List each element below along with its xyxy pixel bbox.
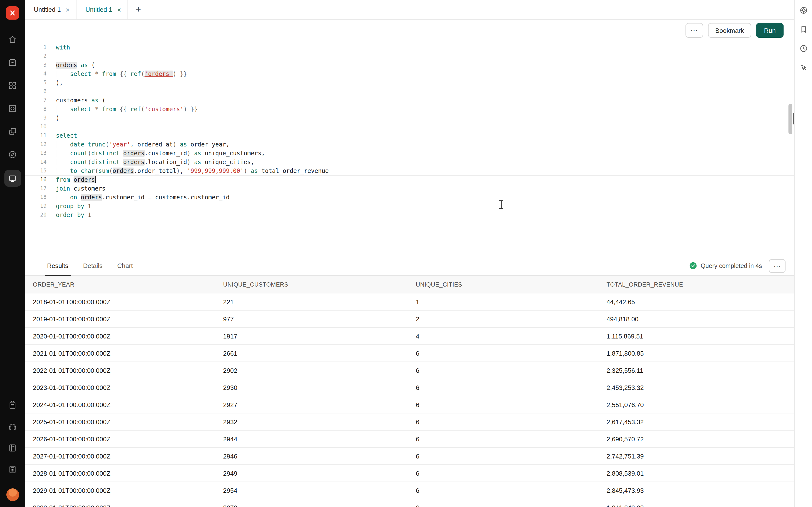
column-header[interactable]: TOTAL_ORDER_REVENUE — [599, 281, 794, 288]
code-line[interactable]: 19group by 1 — [25, 202, 794, 211]
line-number: 10 — [25, 122, 47, 131]
table-cell: 2927 — [215, 401, 408, 408]
table-row[interactable]: 2026-01-01T00:00:00.000Z294462,690,570.7… — [25, 431, 794, 448]
new-tab-button[interactable]: + — [128, 0, 149, 19]
table-cell: 2019-01-01T00:00:00.000Z — [25, 315, 215, 323]
code-square-icon[interactable] — [5, 101, 20, 116]
code-line[interactable]: 11select — [25, 131, 794, 140]
column-header[interactable]: ORDER_YEAR — [25, 281, 215, 288]
editor-scrollbar-thumb[interactable] — [789, 104, 793, 134]
tab-label: Untitled 1 — [85, 6, 112, 13]
layers-icon[interactable] — [5, 124, 20, 138]
mouse-cursor-ibeam — [501, 200, 502, 208]
more-options-button[interactable]: ⋯ — [685, 23, 703, 38]
tab-close-icon[interactable]: × — [117, 6, 121, 13]
table-row[interactable]: 2021-01-01T00:00:00.000Z266161,871,800.8… — [25, 345, 794, 362]
ide-icon[interactable] — [4, 170, 21, 187]
results-tab-chart[interactable]: Chart — [110, 256, 140, 275]
code-line[interactable]: 2 — [25, 52, 794, 61]
table-row[interactable]: 2028-01-01T00:00:00.000Z294962,808,539.0… — [25, 465, 794, 482]
code-line[interactable]: 18 on orders.customer_id = customers.cus… — [25, 193, 794, 202]
editor-tab[interactable]: Untitled 1× — [77, 0, 128, 19]
code-line[interactable]: 10 — [25, 122, 794, 131]
code-line[interactable]: 16from orders — [25, 175, 794, 184]
table-cell: 2028-01-01T00:00:00.000Z — [25, 469, 215, 477]
results-tab-details[interactable]: Details — [76, 256, 110, 275]
app-logo[interactable] — [6, 6, 19, 19]
run-button[interactable]: Run — [756, 23, 783, 38]
results-tab-results[interactable]: Results — [40, 256, 76, 275]
code-line[interactable]: 3orders as ( — [25, 61, 794, 69]
table-cell: 2,690,570.72 — [599, 435, 794, 443]
table-cell: 4 — [408, 332, 599, 340]
table-cell: 2,742,751.39 — [599, 452, 794, 460]
code-line-text: ) — [47, 114, 59, 122]
apps-grid-icon[interactable] — [5, 78, 20, 93]
table-cell: 2932 — [215, 418, 408, 426]
table-cell: 221 — [215, 298, 408, 305]
user-avatar[interactable] — [6, 488, 19, 501]
bookmark-button[interactable]: Bookmark — [708, 23, 751, 38]
code-line[interactable]: 7customers as ( — [25, 96, 794, 105]
results-more-button[interactable]: ⋯ — [769, 259, 785, 273]
table-cell: 2018-01-01T00:00:00.000Z — [25, 298, 215, 305]
code-line[interactable]: 5), — [25, 78, 794, 87]
table-row[interactable]: 2030-01-01T00:00:00.000Z287961,841,049.3… — [25, 499, 794, 507]
table-cell: 977 — [215, 315, 408, 323]
table-row[interactable]: 2020-01-01T00:00:00.000Z191741,115,869.5… — [25, 328, 794, 345]
calculator-icon[interactable] — [5, 462, 20, 476]
code-line[interactable]: 8 select * from {{ ref('customers') }} — [25, 105, 794, 114]
line-number: 12 — [25, 140, 47, 149]
check-circle-icon — [690, 262, 697, 269]
column-header[interactable]: UNIQUE_CITIES — [408, 281, 599, 288]
support-icon[interactable] — [5, 419, 20, 434]
code-line[interactable]: 14 count(distinct orders.location_id) as… — [25, 158, 794, 167]
notebook-icon[interactable] — [5, 440, 20, 455]
code-editor[interactable]: 1with23orders as (4 select * from {{ ref… — [25, 41, 794, 256]
line-number: 14 — [25, 158, 47, 167]
code-line[interactable]: 12 date_trunc('year', ordered_at) as ord… — [25, 140, 794, 149]
table-row[interactable]: 2025-01-01T00:00:00.000Z293262,617,453.3… — [25, 413, 794, 431]
table-row[interactable]: 2024-01-01T00:00:00.000Z292762,551,076.7… — [25, 396, 794, 413]
code-line[interactable]: 9) — [25, 114, 794, 122]
code-line[interactable]: 17join customers — [25, 184, 794, 193]
column-header[interactable]: UNIQUE_CUSTOMERS — [215, 281, 408, 288]
lifebuoy-icon[interactable] — [797, 4, 810, 17]
code-line[interactable]: 4 select * from {{ ref('orders') }} — [25, 69, 794, 78]
table-cell: 2027-01-01T00:00:00.000Z — [25, 452, 215, 460]
table-cell: 494,818.00 — [599, 315, 794, 323]
code-line[interactable]: 6 — [25, 87, 794, 96]
code-line[interactable]: 1with — [25, 43, 794, 52]
bookmark-icon[interactable] — [797, 23, 810, 36]
query-status-text: Query completed in 4s — [701, 262, 762, 269]
home-icon[interactable] — [5, 32, 20, 47]
code-line[interactable]: 20order by 1 — [25, 211, 794, 219]
code-line-text: select * from {{ ref('orders') }} — [47, 69, 187, 78]
editor-overview-mark — [793, 113, 794, 124]
explore-icon[interactable] — [5, 147, 20, 162]
table-row[interactable]: 2023-01-01T00:00:00.000Z293062,453,253.3… — [25, 379, 794, 396]
code-line-text: ), — [47, 78, 63, 87]
table-cell: 2902 — [215, 367, 408, 374]
code-line[interactable]: 15 to_char(sum(orders.order_total), '999… — [25, 167, 794, 175]
table-row[interactable]: 2018-01-01T00:00:00.000Z221144,442.65 — [25, 293, 794, 311]
table-row[interactable]: 2029-01-01T00:00:00.000Z295462,845,473.9… — [25, 482, 794, 499]
editor-toolbar: ⋯ Bookmark Run — [25, 19, 794, 41]
table-cell: 2879 — [215, 504, 408, 507]
clipboard-icon[interactable] — [5, 397, 20, 412]
line-number: 9 — [25, 114, 47, 122]
archive-icon[interactable] — [5, 55, 20, 69]
sidebar-nav-top — [4, 32, 21, 187]
tab-close-icon[interactable]: × — [66, 6, 70, 13]
line-number: 15 — [25, 167, 47, 175]
table-cell: 2026-01-01T00:00:00.000Z — [25, 435, 215, 443]
table-cell: 2023-01-01T00:00:00.000Z — [25, 384, 215, 391]
table-row[interactable]: 2022-01-01T00:00:00.000Z290262,325,556.1… — [25, 362, 794, 379]
history-icon[interactable] — [797, 42, 810, 55]
code-line[interactable]: 13 count(distinct orders.customer_id) as… — [25, 149, 794, 158]
table-row[interactable]: 2027-01-01T00:00:00.000Z294662,742,751.3… — [25, 448, 794, 465]
editor-tab[interactable]: Untitled 1× — [25, 0, 77, 19]
line-number: 5 — [25, 78, 47, 87]
table-row[interactable]: 2019-01-01T00:00:00.000Z9772494,818.00 — [25, 311, 794, 328]
pointer-icon[interactable] — [797, 61, 810, 74]
